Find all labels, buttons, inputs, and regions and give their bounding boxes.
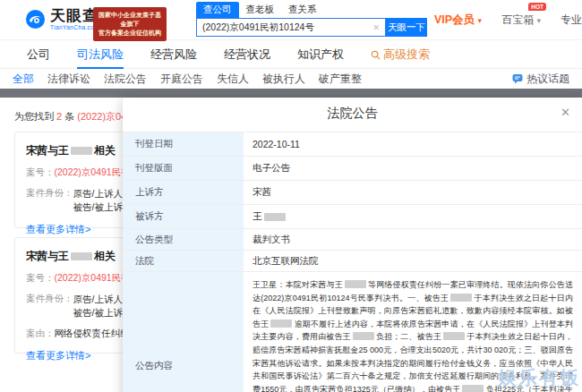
field-row-appellee: 被诉方 王 [123, 205, 582, 229]
nav-tab-operation-risk[interactable]: 经营风险 [150, 41, 197, 69]
chevron-down-icon: ▾ [478, 16, 483, 25]
field-row-appellant: 上诉方 宋茜 [123, 181, 582, 205]
search-module: 查公司 查老板 查关系 (2022)京0491民初10124号 ✕ 天眼一下 [196, 4, 429, 37]
filter-court-announcements[interactable]: 法院公告 [104, 72, 147, 87]
header-right: VIP会员 ▾ HOT 百宝箱 ▾ 专业版 [434, 0, 582, 40]
vip-member-menu[interactable]: VIP会员 ▾ [434, 13, 482, 28]
modal-title: 法院公告 [123, 98, 582, 124]
nav-tab-company[interactable]: 公司 [27, 41, 50, 69]
announcement-field-table: 刊登日期 2022-10-11 刊登版面 电子公告 上诉方 宋茜 被诉方 王 公… [123, 132, 582, 392]
top-header: 天眼查 TianYanCha.com 国家中小企业发展子基金旗下 官方备案企业征… [0, 0, 582, 40]
sticky-bar-shadow [0, 89, 582, 98]
tianyancha-logo[interactable]: 天眼查 TianYanCha.com [25, 8, 99, 30]
redacted-text [443, 332, 465, 340]
search-icon [371, 50, 381, 60]
field-row-court: 法院 北京互联网法院 [123, 251, 582, 272]
field-row-publish-section: 刊登版面 电子公告 [123, 157, 582, 181]
gov-badge-line2: 官方备案企业征信机构 [98, 29, 162, 38]
gov-badge-line1: 国家中小企业发展子基金旗下 [98, 11, 162, 29]
redacted-text [270, 320, 292, 328]
tianyancha-logo-icon [25, 9, 46, 30]
redacted-text [71, 252, 92, 260]
court-announcement-modal: 法院公告 ✕ 刊登日期 2022-10-11 刊登版面 电子公告 上诉方 宋茜 … [123, 98, 582, 392]
page: 天眼查 TianYanCha.com 国家中小企业发展子基金旗下 官方备案企业征… [0, 0, 582, 392]
redacted-text [462, 385, 484, 392]
search-tab-relation[interactable]: 查关系 [281, 2, 324, 18]
filter-persons-subject-to-enforcement[interactable]: 被执行人 [262, 72, 305, 87]
close-icon[interactable]: ✕ [561, 106, 570, 119]
pro-version-link[interactable]: 专业版 [561, 13, 582, 28]
filter-bankruptcy[interactable]: 破产重整 [319, 72, 362, 87]
search-tab-boss[interactable]: 查老板 [239, 2, 282, 18]
redacted-text [450, 294, 472, 302]
logo-name: 天眼查 [50, 8, 99, 24]
main-nav: 公司 司法风险 经营风险 经营状况 知识产权 高级搜索 [0, 41, 582, 69]
clear-icon[interactable]: ✕ [367, 23, 385, 32]
chevron-down-icon: ▾ [536, 16, 541, 25]
chat-bubble-icon [512, 73, 523, 84]
nav-tab-operation-status[interactable]: 经营状况 [224, 41, 270, 69]
filter-hearing-announcements[interactable]: 开庭公告 [160, 72, 203, 87]
search-input-value[interactable]: (2022)京0491民初10124号 [197, 21, 367, 34]
announcement-content-text: 王卫星：本院对宋茜与王等网络侵权责任纠纷一案已审理终结。现依法向你公告送达(20… [244, 272, 582, 392]
redacted-text [345, 280, 366, 288]
search-tabs: 查公司 查老板 查关系 [196, 4, 429, 18]
logo-domain: TianYanCha.com [50, 24, 99, 30]
search-tab-company[interactable]: 查公司 [196, 2, 239, 18]
gov-certification-badge: 国家中小企业发展子基金旗下 官方备案企业征信机构 [93, 7, 167, 41]
hot-badge: HOT [528, 3, 546, 11]
case-cause: 网络侵权责任纠纷 [55, 328, 130, 340]
nav-tab-judicial-risk[interactable]: 司法风险 [77, 41, 124, 69]
toolbox-menu[interactable]: HOT 百宝箱 ▾ [501, 13, 541, 28]
filter-subnav: 全部 法律诉讼 法院公告 开庭公告 失信人 被执行人 破产重整 热议话题 [0, 69, 582, 89]
redacted-text [353, 332, 374, 340]
hot-topics-link[interactable]: 热议话题 [512, 72, 569, 87]
field-row-announcement-type: 公告类型 裁判文书 [123, 229, 582, 251]
nav-tab-ip[interactable]: 知识产权 [297, 41, 344, 69]
filter-lawsuits[interactable]: 法律诉讼 [47, 72, 90, 87]
advanced-search-link[interactable]: 高级搜索 [371, 47, 430, 63]
search-button[interactable]: 天眼一下 [386, 18, 427, 37]
field-row-publish-date: 刊登日期 2022-10-11 [123, 132, 582, 157]
search-input[interactable]: (2022)京0491民初10124号 ✕ [196, 18, 386, 37]
redacted-text [264, 213, 286, 221]
results-count: 2 [56, 111, 62, 122]
field-row-announcement-content: 公告内容 王卫星：本院对宋茜与王等网络侵权责任纠纷一案已审理终结。现依法向你公告… [123, 272, 582, 392]
redacted-text [71, 147, 92, 155]
filter-all[interactable]: 全部 [13, 72, 34, 87]
filter-dishonest-persons[interactable]: 失信人 [217, 72, 249, 87]
